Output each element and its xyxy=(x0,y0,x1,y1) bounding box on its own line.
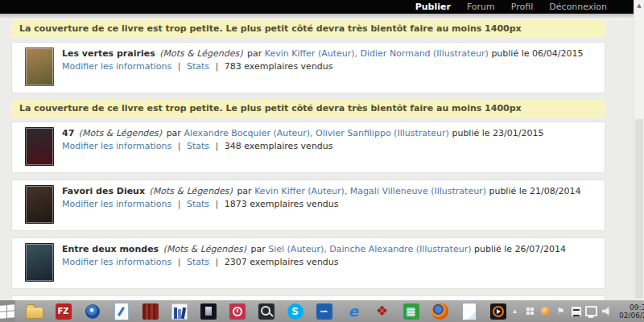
topbar-shadow xyxy=(0,14,634,20)
book-title: Entre deux mondes xyxy=(62,244,159,254)
stats-link[interactable]: Stats xyxy=(187,141,209,151)
stats-link[interactable]: Stats xyxy=(187,199,209,209)
par-label: par xyxy=(247,48,262,59)
book-title: 47 xyxy=(62,128,74,138)
amazon-search-icon-glyph xyxy=(258,303,275,320)
nav-profil[interactable]: Profil xyxy=(511,0,533,14)
book-authors-link[interactable]: Kevin Kiffer (Auteur), Didier Normand (I… xyxy=(265,48,489,59)
par-label: par xyxy=(167,128,181,138)
book-series: (Mots & Légendes) xyxy=(163,244,246,254)
tray-updater-icon[interactable] xyxy=(539,304,551,319)
volume-icon[interactable] xyxy=(601,304,613,319)
par-label: par xyxy=(237,186,251,196)
separator: | xyxy=(178,61,181,72)
alarm-clock-app-icon[interactable] xyxy=(226,302,248,321)
separator: | xyxy=(216,61,219,72)
network-icon-glyph xyxy=(585,306,597,316)
clock-date: 02/06/2015 xyxy=(619,312,644,320)
par-label: par xyxy=(250,244,265,254)
book-title: Les vertes prairies xyxy=(62,48,155,59)
nav-deconnexion[interactable]: Déconnexion xyxy=(549,0,607,14)
cover-warning-banner: La couverture de ce livre est trop petit… xyxy=(11,100,605,118)
calculator-icon[interactable]: ▦ xyxy=(400,302,422,321)
calculator-icon-glyph: ▦ xyxy=(403,303,419,320)
book-sales: 1873 exemplaires vendus xyxy=(225,199,339,209)
nav-publier[interactable]: Publier xyxy=(415,0,451,14)
cover-warning-banner: La couverture de ce livre est trop petit… xyxy=(11,20,605,38)
book-sales: 783 exemplaires vendus xyxy=(225,61,333,72)
system-tray: ▴⚑ xyxy=(509,304,616,319)
book-title-line: Favori des Dieux (Mots & Légendes) par K… xyxy=(62,185,597,198)
book-list: La couverture de ce livre est trop petit… xyxy=(11,20,605,322)
book-cover-thumbnail[interactable] xyxy=(25,47,54,86)
edit-info-link[interactable]: Modifier les informations xyxy=(62,199,171,209)
blue-library-icon[interactable] xyxy=(168,302,190,321)
start-button[interactable] xyxy=(0,300,15,322)
notes-icon-glyph xyxy=(462,303,477,320)
action-center-flag-icon-glyph: ⚑ xyxy=(555,303,567,320)
book-authors-link[interactable]: Alexandre Bocquier (Auteur), Olivier San… xyxy=(184,128,449,138)
edit-info-link[interactable]: Modifier les informations xyxy=(62,141,171,151)
internet-explorer-icon[interactable]: e xyxy=(342,302,364,321)
book-title: Favori des Dieux xyxy=(62,186,145,196)
book-title-line: Entre deux mondes (Mots & Légendes) par … xyxy=(62,243,597,256)
book-published: publié le 26/07/2014 xyxy=(474,244,566,254)
taskbar-clock[interactable]: 09:30 02/06/2015 xyxy=(616,303,644,320)
nav-forum[interactable]: Forum xyxy=(467,0,495,14)
book-actions-line: Modifier les informations | Stats | 1873… xyxy=(62,198,597,211)
filezilla-icon[interactable]: FZ xyxy=(52,302,74,321)
book-cover-thumbnail[interactable] xyxy=(25,243,54,282)
book-row: Entre deux mondes (Mots & Légendes) par … xyxy=(11,237,605,289)
disc-burner-icon-glyph xyxy=(85,304,100,319)
ime-indicator-icon[interactable] xyxy=(570,304,582,319)
edit-info-link[interactable]: Modifier les informations xyxy=(62,257,171,267)
book-published: publié le 23/01/2015 xyxy=(452,128,543,138)
book-sales: 348 exemplaires vendus xyxy=(225,141,333,151)
scrollbar-up-button[interactable]: ▲ xyxy=(634,0,644,11)
book-actions-line: Modifier les informations | Stats | 783 … xyxy=(62,60,597,73)
openoffice-icon[interactable]: ∽ xyxy=(313,302,335,321)
book-title-line: 47 (Mots & Légendes) par Alexandre Bocqu… xyxy=(62,127,597,140)
book-sales: 2307 exemplaires vendus xyxy=(225,257,339,267)
book-row: Favori des Dieux (Mots & Légendes) par K… xyxy=(11,180,605,231)
book-actions-line: Modifier les informations | Stats | 2307… xyxy=(62,256,597,269)
action-center-flag-icon[interactable]: ⚑ xyxy=(555,304,567,319)
book-authors-link[interactable]: Siel (Auteur), Dainche Alexandre (Illust… xyxy=(268,244,471,254)
firefox-icon[interactable] xyxy=(429,302,451,321)
amazon-search-icon[interactable] xyxy=(255,302,277,321)
network-icon[interactable] xyxy=(585,304,597,319)
firefox-icon-glyph xyxy=(431,303,448,320)
skype-icon-glyph: S xyxy=(287,303,303,320)
notes-icon[interactable] xyxy=(458,302,480,321)
separator: | xyxy=(178,141,181,151)
edit-info-link[interactable]: Modifier les informations xyxy=(62,61,171,72)
tray-updater-icon-glyph xyxy=(541,307,550,316)
stats-link[interactable]: Stats xyxy=(187,61,209,72)
windows-taskbar: FZS∽e❖▦ ▴⚑ 09:30 02/06/2015 xyxy=(0,300,644,322)
tray-windows-icon[interactable] xyxy=(524,304,536,319)
book-series: (Mots & Légendes) xyxy=(159,48,242,59)
blue-library-icon-glyph xyxy=(171,303,188,320)
media-player-icon[interactable] xyxy=(487,302,509,321)
filezilla-icon-glyph: FZ xyxy=(56,303,72,320)
book-cover-thumbnail[interactable] xyxy=(25,127,54,166)
red-puzzle-icon[interactable]: ❖ xyxy=(371,302,393,321)
writing-app-icon[interactable] xyxy=(110,302,132,321)
tray-windows-icon-glyph xyxy=(526,308,535,316)
scrollbar-thumb[interactable] xyxy=(635,119,643,299)
page-scrollbar[interactable]: ▲ xyxy=(634,0,644,300)
alarm-clock-app-icon-glyph xyxy=(229,303,246,320)
desktop-screen: Publier Forum Profil Déconnexion La couv… xyxy=(0,0,644,322)
skype-icon[interactable]: S xyxy=(284,302,306,321)
book-cover-thumbnail[interactable] xyxy=(25,185,54,224)
stats-link[interactable]: Stats xyxy=(187,257,209,267)
file-explorer-icon[interactable] xyxy=(23,302,45,321)
separator: | xyxy=(216,141,219,151)
clock-time: 09:30 xyxy=(619,303,644,312)
book-row: Les vertes prairies (Mots & Légendes) pa… xyxy=(11,42,605,93)
book-authors-link[interactable]: Kevin Kiffer (Auteur), Magali Villeneuve… xyxy=(254,186,486,196)
dark-reader-app-icon[interactable] xyxy=(197,302,219,321)
show-hidden-icons[interactable]: ▴ xyxy=(509,304,521,319)
disc-burner-icon[interactable] xyxy=(81,302,103,321)
red-library-icon[interactable] xyxy=(139,302,161,321)
